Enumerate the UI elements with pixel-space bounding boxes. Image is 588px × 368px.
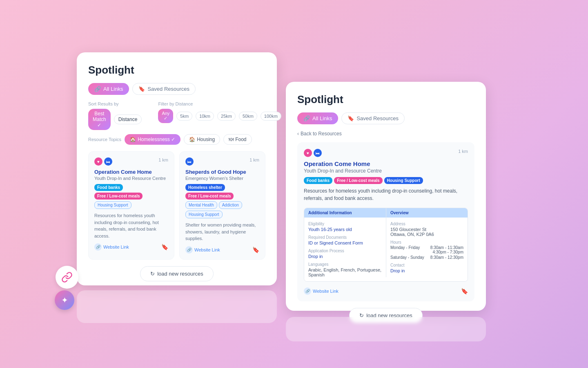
address-line2: Ottawa, ON, K2P 0A6 xyxy=(390,232,463,237)
right-tab-saved-resources[interactable]: 🔖 Saved Resources xyxy=(341,112,405,124)
detail-bookmark-btn[interactable]: 🔖 xyxy=(461,288,468,294)
card-desc-1: Resources for homeless youth including d… xyxy=(94,212,168,239)
tab-all-links-label: All Links xyxy=(103,86,123,92)
hours-label: Hours xyxy=(390,240,463,245)
card-tags-2: Homeless shelter Free / Low-cost meals M… xyxy=(185,184,259,218)
bookmark-btn-1[interactable]: 🔖 xyxy=(161,244,168,250)
topic-homelessness[interactable]: 🏠 Homelessness ✓ xyxy=(125,134,180,145)
card-distance-2: 1 km xyxy=(249,157,259,162)
card-header-1: ♥ 🛏 1 km xyxy=(94,157,168,166)
topic-homelessness-label: Homelessness ✓ xyxy=(138,137,175,142)
tab-saved-resources[interactable]: 🔖 Saved Resources xyxy=(132,83,196,95)
ghost-panel-left xyxy=(77,290,277,323)
overview-col: Overview Address 150 Gloucester St Ottaw… xyxy=(386,208,468,281)
sort-best-match[interactable]: Best Match ✓ xyxy=(88,109,111,130)
filter-50km[interactable]: 50km xyxy=(239,112,257,121)
filter-label: Filter by Distance xyxy=(158,101,281,106)
floating-shape: ✦ xyxy=(61,295,68,305)
bookmark-icon-tab: 🔖 xyxy=(138,86,145,92)
address-label: Address xyxy=(390,222,463,226)
card-footer-1: 🔗 Website Link 🔖 xyxy=(94,243,168,251)
link-icon: 🔗 xyxy=(94,86,101,92)
website-link-2[interactable]: 🔗 Website Link xyxy=(185,246,220,254)
floating-link-icon[interactable] xyxy=(56,266,78,289)
required-docs-value: ID or Signed Consent Form xyxy=(308,240,382,245)
bed-icon-2: 🛏 xyxy=(185,157,194,166)
additional-info-col: Additional Information Eligibility Youth… xyxy=(304,208,386,281)
back-link-label: Back to Resources xyxy=(301,131,342,137)
ghost-panel-right xyxy=(286,317,486,341)
detail-info-grid: Additional Information Eligibility Youth… xyxy=(304,208,468,282)
detail-website-link-label: Website Link xyxy=(313,289,339,294)
languages-label: Languages xyxy=(308,262,382,267)
heart-icon-1: ♥ xyxy=(94,157,102,166)
tag-addiction: Addiction xyxy=(219,201,242,209)
required-docs-label: Required Documents xyxy=(308,235,382,240)
sort-section: Sort Results by Best Match ✓ Distance xyxy=(88,101,142,130)
detail-card-footer: 🔗 Website Link 🔖 xyxy=(304,287,468,295)
left-panel: Spotlight 🔗 All Links 🔖 Saved Resources … xyxy=(77,52,277,285)
right-tab-saved-resources-label: Saved Resources xyxy=(356,115,399,121)
hours-row-weekday: Monday - Friday 8:30am - 11:30am4:30pm -… xyxy=(390,245,463,254)
link-svg-icon xyxy=(61,272,73,283)
filter-5km[interactable]: 5km xyxy=(176,112,192,121)
right-tab-all-links[interactable]: 🔗 All Links xyxy=(297,112,338,124)
card-subtitle-1: Youth Drop-In and Resource Centre xyxy=(94,176,168,181)
sort-filter-row: Sort Results by Best Match ✓ Distance Fi… xyxy=(88,101,265,130)
detail-card-header: ♥ 🛏 1 km xyxy=(304,149,468,157)
detail-card-tags: Food banks Free / Low-cost meals Housing… xyxy=(304,177,468,184)
application-value: Drop in xyxy=(308,254,382,259)
card-title-1: Operation Come Home xyxy=(94,169,168,175)
detail-website-link[interactable]: 🔗 Website Link xyxy=(304,287,339,295)
filter-any[interactable]: Any ✓ xyxy=(158,109,173,123)
right-panel: Spotlight 🔗 All Links 🔖 Saved Resources … xyxy=(286,82,486,311)
hours-weekend-label: Saturday - Sunday xyxy=(390,255,424,260)
tag-housing-support: Housing Support xyxy=(94,201,131,209)
contact-label: Contact xyxy=(390,263,463,267)
tag-free-meals: Free / Low-cost meals xyxy=(94,193,143,200)
card-header-2: 🛏 1 km xyxy=(185,157,259,166)
eligibility-value: Youth 16-25 years old xyxy=(308,227,382,232)
additional-info-body: Eligibility Youth 16-25 years old Requir… xyxy=(304,218,386,281)
resource-topics-label: Resource Topics xyxy=(88,137,121,142)
website-link-1[interactable]: 🔗 Website Link xyxy=(94,243,129,251)
refresh-icon-left: ↻ xyxy=(150,271,155,277)
back-to-resources[interactable]: ‹ Back to Resources xyxy=(297,131,474,137)
topic-food-label: Food xyxy=(235,137,246,142)
filter-100km[interactable]: 100km xyxy=(261,112,281,121)
bed-icon-1: 🛏 xyxy=(104,157,112,166)
hours-weekday-time: 8:30am - 11:30am4:30pm - 7:30pm xyxy=(430,245,463,254)
detail-heart-icon: ♥ xyxy=(304,149,312,157)
tag-food-banks: Food banks xyxy=(94,184,123,191)
floating-gradient-icon: ✦ xyxy=(55,290,74,310)
topic-housing-label: Housing xyxy=(197,137,215,142)
hours-weekday-label: Monday - Friday xyxy=(390,245,420,254)
card-operation-come-home[interactable]: ♥ 🛏 1 km Operation Come Home Youth Drop-… xyxy=(88,151,174,260)
eligibility-label: Eligibility xyxy=(308,222,382,226)
overview-body: Address 150 Gloucester St Ottawa, ON, K2… xyxy=(386,218,468,277)
sort-distance[interactable]: Distance xyxy=(114,114,142,124)
homelessness-icon: 🏠 xyxy=(130,137,136,142)
tag-housing-support-2: Housing Support xyxy=(185,211,223,218)
load-resources-label-left: load new resources xyxy=(157,271,203,277)
right-link-icon: 🔗 xyxy=(303,115,310,121)
bookmark-btn-2[interactable]: 🔖 xyxy=(252,247,259,253)
hours-row-weekend: Saturday - Sunday 8:30am - 12:30pm xyxy=(390,255,463,260)
website-link-label-1: Website Link xyxy=(103,245,129,249)
website-link-label-2: Website Link xyxy=(194,247,220,252)
card-subtitle-2: Emergency Women's Shelter xyxy=(185,176,259,181)
filter-10km[interactable]: 10km xyxy=(196,112,214,121)
tab-all-links[interactable]: 🔗 All Links xyxy=(88,83,129,95)
card-sheperds-good-hope[interactable]: 🛏 1 km Sheperds of Good Hope Emergency W… xyxy=(179,151,265,260)
housing-icon: 🏠 xyxy=(189,137,195,142)
detail-card-desc: Resources for homeless youth including d… xyxy=(304,187,468,202)
topic-food[interactable]: 🍽 Food xyxy=(223,134,252,145)
sort-options: Best Match ✓ Distance xyxy=(88,109,142,130)
tag-free-meals-2: Free / Low-cost meals xyxy=(185,193,234,200)
address-line1: 150 Gloucester St xyxy=(390,227,463,232)
tag-homeless-shelter: Homeless shelter xyxy=(185,184,225,191)
load-resources-btn-left[interactable]: ↻ load new resources xyxy=(140,266,214,281)
filter-25km[interactable]: 25km xyxy=(217,112,236,121)
sort-label: Sort Results by xyxy=(88,101,142,106)
topic-housing[interactable]: 🏠 Housing xyxy=(184,134,220,145)
